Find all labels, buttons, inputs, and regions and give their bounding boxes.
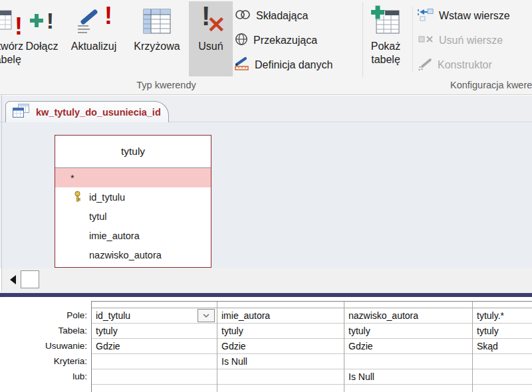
- cell-criteria[interactable]: [344, 354, 472, 369]
- cell-delete[interactable]: Gdzie: [217, 339, 344, 354]
- grid-column-imie-autora: imie_autora tytuly Gdzie Is Null: [217, 302, 344, 392]
- grid-column-id-tytulu: id_tytulu tytuly Gdzie: [92, 302, 217, 392]
- make-table-label-line2: tabelę: [0, 53, 21, 66]
- query-document-tab[interactable]: kw_tytuly_do_usuniecia_id: [5, 101, 169, 122]
- cell-criteria[interactable]: Is Null: [217, 354, 344, 369]
- cell-table[interactable]: tytuly: [217, 324, 344, 339]
- query-grid: id_tytulu tytuly Gdzie imie_autora tytul…: [91, 301, 532, 392]
- field-list-item-id-tytulu[interactable]: id_tytulu: [55, 187, 211, 207]
- make-table-icon: !: [0, 1, 21, 40]
- cell-field[interactable]: id_tytulu: [92, 308, 217, 324]
- pane-splitter[interactable]: [0, 293, 532, 297]
- update-icon: !: [74, 1, 114, 40]
- pass-through-query-button[interactable]: Przekazująca: [234, 30, 317, 51]
- cell-criteria[interactable]: [473, 354, 532, 369]
- cell-field[interactable]: tytuly.*: [473, 308, 532, 324]
- ribbon: ! Utwórz tabelę ! Dołącz ! Aktualizuj: [0, 0, 532, 95]
- cell-delete[interactable]: Gdzie: [344, 339, 472, 354]
- column-selector[interactable]: [473, 302, 532, 308]
- query-setup-group-label: Konfiguracja kwerend: [450, 80, 532, 90]
- append-label: Dołącz: [26, 40, 59, 53]
- access-query-design-window: ! Utwórz tabelę ! Dołącz ! Aktualizuj: [0, 0, 532, 392]
- union-label: Składająca: [256, 10, 308, 22]
- cell-extra[interactable]: [473, 385, 532, 392]
- show-table-icon: [370, 1, 402, 40]
- builder-wand-icon: [418, 57, 433, 74]
- show-table-button[interactable]: Pokaż tabelę: [366, 1, 406, 76]
- show-table-label-line2: tabelę: [371, 53, 400, 66]
- field-list-item-nazwisko-autora[interactable]: nazwisko_autora: [55, 245, 211, 264]
- scroll-left-arrow[interactable]: [5, 271, 20, 288]
- query-grid-pane: Pole: Tabela: Usuwanie: Kryteria: lub: i…: [0, 298, 532, 392]
- field-list-star-row[interactable]: *: [55, 168, 211, 187]
- union-icon: [234, 8, 251, 24]
- field-list-tytuly: tytuly * id_tytulu tytul: [55, 135, 211, 268]
- globe-icon: [234, 32, 249, 49]
- delete-query-icon: ! ✕: [196, 1, 225, 40]
- cell-table[interactable]: tytuly: [344, 324, 472, 339]
- append-icon: !: [30, 1, 54, 40]
- column-selector[interactable]: [92, 302, 217, 308]
- query-type-group-label: Typ kwerendy: [0, 80, 332, 90]
- field-list-item-imie-autora[interactable]: imie_autora: [55, 226, 211, 245]
- query-design-surface: tytuly * id_tytulu tytul: [0, 122, 532, 268]
- append-query-button[interactable]: ! Dołącz: [23, 1, 61, 76]
- insert-rows-icon: [418, 8, 434, 25]
- document-tab-bar: kw_tytuly_do_usuniecia_id: [0, 96, 532, 122]
- row-label-kryteria: Kryteria:: [0, 353, 87, 369]
- insert-rows-button[interactable]: Wstaw wiersze: [418, 5, 510, 27]
- show-table-label-line1: Pokaż: [371, 40, 400, 53]
- update-query-button[interactable]: ! Aktualizuj: [63, 1, 125, 76]
- cell-delete[interactable]: Skąd: [473, 339, 532, 354]
- cell-or[interactable]: [473, 369, 532, 385]
- field-list-title[interactable]: tytuly: [55, 136, 211, 168]
- cell-field[interactable]: imie_autora: [217, 308, 344, 324]
- field-name: tytul: [89, 211, 107, 222]
- scrollbar-thumb[interactable]: [21, 270, 39, 288]
- builder-label: Konstruktor: [438, 59, 492, 71]
- delete-rows-button[interactable]: Usuń wiersze: [418, 30, 503, 51]
- field-list-item-tytul[interactable]: tytul: [55, 207, 211, 226]
- ribbon-group-separator: [362, 3, 363, 77]
- cell-extra[interactable]: [344, 385, 472, 392]
- column-selector[interactable]: [217, 302, 344, 308]
- horizontal-scrollbar[interactable]: [2, 268, 532, 291]
- crosstab-query-button[interactable]: Krzyżowa: [126, 1, 188, 76]
- cell-or[interactable]: Is Null: [344, 369, 472, 385]
- row-label-pole: Pole:: [0, 308, 87, 323]
- cell-or[interactable]: [92, 369, 217, 385]
- delete-query-label: Usuń: [198, 40, 223, 53]
- delete-query-button[interactable]: ! ✕ Usuń: [189, 1, 233, 76]
- union-query-button[interactable]: Składająca: [234, 5, 308, 27]
- column-selector[interactable]: [344, 302, 472, 308]
- primary-key-icon: [72, 191, 82, 204]
- row-label-usuwanie: Usuwanie:: [0, 338, 87, 353]
- grid-column-nazwisko-autora: nazwisko_autora tytuly Gdzie Is Null: [344, 302, 473, 392]
- row-label-lub: lub:: [0, 369, 87, 384]
- insert-rows-label: Wstaw wiersze: [439, 10, 510, 22]
- builder-button[interactable]: Konstruktor: [418, 54, 492, 76]
- cell-table[interactable]: tytuly: [473, 324, 532, 339]
- cell-delete[interactable]: Gdzie: [92, 339, 217, 354]
- query-tab-title: kw_tytuly_do_usuniecia_id: [36, 107, 161, 118]
- row-label-tabela: Tabela:: [0, 323, 87, 338]
- cell-table[interactable]: tytuly: [92, 324, 217, 339]
- field-dropdown-button[interactable]: [198, 309, 215, 322]
- update-label: Aktualizuj: [71, 40, 116, 53]
- crosstab-label: Krzyżowa: [134, 40, 180, 53]
- ribbon-subgroup-separator: [412, 7, 413, 72]
- cell-criteria[interactable]: [92, 354, 217, 369]
- cell-field[interactable]: nazwisko_autora: [344, 308, 472, 324]
- field-name: nazwisko_autora: [89, 250, 162, 260]
- left-triangle-icon: [10, 275, 16, 284]
- make-table-label-line1: Utwórz: [0, 40, 23, 53]
- data-definition-label: Definicja danych: [255, 59, 332, 71]
- cell-or[interactable]: [217, 369, 344, 385]
- grid-column-tytuly-star: tytuly.* tytuly Skąd: [473, 302, 532, 392]
- crosstab-icon: [142, 1, 172, 40]
- data-definition-icon: [234, 56, 250, 74]
- cell-extra[interactable]: [92, 385, 217, 392]
- query-tab-icon: [12, 103, 30, 121]
- data-definition-query-button[interactable]: Definicja danych: [234, 54, 332, 76]
- cell-extra[interactable]: [217, 385, 344, 392]
